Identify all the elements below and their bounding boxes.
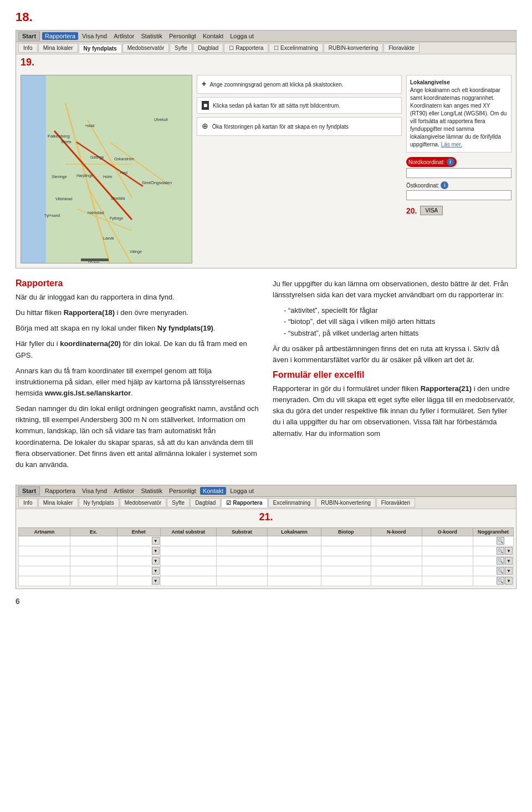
tab-mina-lokaler[interactable]: Mina lokaler: [38, 43, 78, 53]
input-nogg-1[interactable]: [474, 538, 496, 544]
tab-rapportera[interactable]: ☐ Rapportera: [224, 43, 268, 53]
nogg-search-3[interactable]: 🔍: [497, 557, 504, 565]
input-antal-1[interactable]: [162, 538, 215, 544]
input-nkoord-5[interactable]: [372, 578, 421, 583]
input-antal-4[interactable]: [162, 568, 215, 574]
input-biotop-3[interactable]: [323, 558, 370, 564]
nordkoord-info-icon[interactable]: i: [447, 158, 454, 166]
tab-mina-lokaler-2[interactable]: Mina lokaler: [38, 498, 78, 507]
input-nogg-5[interactable]: [474, 578, 496, 583]
input-ex-3[interactable]: [71, 558, 116, 564]
nogg-dropdown-4[interactable]: ▼: [505, 567, 513, 575]
menu-logga-ut-2[interactable]: Logga ut: [227, 487, 257, 495]
input-biotop-2[interactable]: [323, 548, 370, 554]
input-enhet-2[interactable]: [118, 548, 151, 554]
menu-statistik-2[interactable]: Statistik: [138, 487, 165, 495]
input-lokalnamn-2[interactable]: [269, 548, 319, 554]
input-nogg-4[interactable]: [474, 568, 496, 574]
input-substrat-3[interactable]: [218, 558, 267, 564]
tab-syfte[interactable]: Syfte: [170, 43, 192, 53]
menu-statistik[interactable]: Statistik: [138, 32, 165, 40]
enhet-dropdown-2[interactable]: ▼: [152, 547, 160, 555]
input-lokalnamn-3[interactable]: [269, 558, 319, 564]
cell-substrat-1[interactable]: [216, 536, 268, 546]
input-okoord-4[interactable]: [423, 568, 472, 574]
input-biotop-1[interactable]: [323, 538, 370, 544]
enhet-dropdown-5[interactable]: ▼: [152, 577, 160, 585]
enhet-dropdown-1[interactable]: ▼: [152, 537, 160, 545]
input-ex-1[interactable]: [71, 538, 116, 544]
menu-kontakt-2[interactable]: Kontakt: [200, 487, 226, 495]
nogg-dropdown-2[interactable]: ▼: [505, 547, 513, 555]
cell-artnamn-1[interactable]: [19, 536, 70, 546]
ostkoord-input[interactable]: [406, 190, 511, 200]
cell-okoord-1[interactable]: [422, 536, 473, 546]
menu-logga-ut[interactable]: Logga ut: [227, 32, 257, 40]
nogg-dropdown-5[interactable]: ▼: [505, 577, 513, 585]
input-enhet-1[interactable]: [118, 538, 151, 544]
input-substrat-1[interactable]: [218, 538, 267, 544]
nogg-dropdown-3[interactable]: ▼: [505, 557, 513, 565]
tab-excelinmatning[interactable]: ☐ Excelinmatning: [269, 43, 323, 53]
nordkoord-input[interactable]: [406, 168, 511, 178]
tab-info[interactable]: Info: [18, 43, 38, 53]
input-nkoord-4[interactable]: [372, 568, 421, 574]
input-artnamn-2[interactable]: [20, 548, 69, 554]
cell-biotop-1[interactable]: [321, 536, 371, 546]
tab-ny-fyndplats[interactable]: Ny fyndplats: [79, 44, 122, 53]
cell-lokalnamn-1[interactable]: [268, 536, 321, 546]
tab-info-2[interactable]: Info: [18, 498, 38, 507]
menu-visa-fynd[interactable]: Visa fynd: [79, 32, 110, 40]
cell-antal-1[interactable]: [160, 536, 216, 546]
tab-rapportera-2[interactable]: ☑ Rapportera: [221, 498, 267, 507]
tab-dagblad[interactable]: Dagblad: [193, 43, 223, 53]
input-antal-3[interactable]: [162, 558, 215, 564]
input-substrat-5[interactable]: [218, 578, 267, 583]
input-substrat-2[interactable]: [218, 548, 267, 554]
menu-visa-fynd-2[interactable]: Visa fynd: [79, 487, 110, 495]
menu-artlistor-2[interactable]: Artlistor: [111, 487, 137, 495]
input-okoord-1[interactable]: [423, 538, 472, 544]
visa-button[interactable]: VISA: [420, 206, 443, 215]
input-lokalnamn-1[interactable]: [269, 538, 319, 544]
menu-start[interactable]: Start: [18, 32, 40, 40]
cell-ex-1[interactable]: [70, 536, 117, 546]
input-artnamn-1[interactable]: [20, 538, 69, 544]
input-okoord-2[interactable]: [423, 548, 472, 554]
tab-rubin-2[interactable]: RUBIN-konvertering: [316, 498, 375, 507]
menu-artlistor[interactable]: Artlistor: [111, 32, 137, 40]
menu-kontakt[interactable]: Kontakt: [200, 32, 226, 40]
input-ex-4[interactable]: [71, 568, 116, 574]
tab-medobservator[interactable]: Medobservatör: [122, 43, 170, 53]
input-artnamn-4[interactable]: [20, 568, 69, 574]
cell-artnamn-2[interactable]: [19, 546, 70, 556]
input-nogg-2[interactable]: [474, 548, 496, 554]
enhet-dropdown-4[interactable]: ▼: [152, 567, 160, 575]
tab-excelinmatning-2[interactable]: Excelinmatning: [268, 498, 316, 507]
input-enhet-3[interactable]: [118, 558, 151, 564]
nogg-search-1[interactable]: 🔍: [497, 537, 504, 545]
menu-rapportera-2[interactable]: Rapportera: [42, 487, 78, 495]
input-substrat-4[interactable]: [218, 568, 267, 574]
nogg-search-2[interactable]: 🔍: [497, 547, 504, 555]
input-ex-2[interactable]: [71, 548, 116, 554]
cell-ex-2[interactable]: [70, 546, 117, 556]
input-ex-5[interactable]: [71, 578, 116, 583]
menu-start-2[interactable]: Start: [18, 486, 40, 495]
ostkoord-info-icon[interactable]: i: [441, 181, 448, 189]
tab-ny-fyndplats-2[interactable]: Ny fyndplats: [79, 498, 119, 507]
tab-floravakteri[interactable]: Floraväkteri: [376, 498, 415, 507]
tab-dagblad-2[interactable]: Dagblad: [190, 498, 221, 507]
input-nogg-3[interactable]: [474, 558, 496, 564]
tab-syfte-2[interactable]: Syfte: [167, 498, 190, 507]
menu-rapportera[interactable]: Rapportera: [42, 32, 78, 40]
menu-personligt[interactable]: Personligt: [166, 32, 199, 40]
input-biotop-4[interactable]: [323, 568, 370, 574]
input-lokalnamn-4[interactable]: [269, 568, 319, 574]
input-lokalnamn-5[interactable]: [269, 578, 319, 583]
input-antal-5[interactable]: [162, 578, 215, 583]
tab-medobservator-2[interactable]: Medobservatör: [120, 498, 167, 507]
tab-rubin[interactable]: RUBIN-konvertering: [324, 43, 383, 53]
input-nkoord-2[interactable]: [372, 548, 421, 554]
nogg-search-4[interactable]: 🔍: [497, 567, 504, 575]
